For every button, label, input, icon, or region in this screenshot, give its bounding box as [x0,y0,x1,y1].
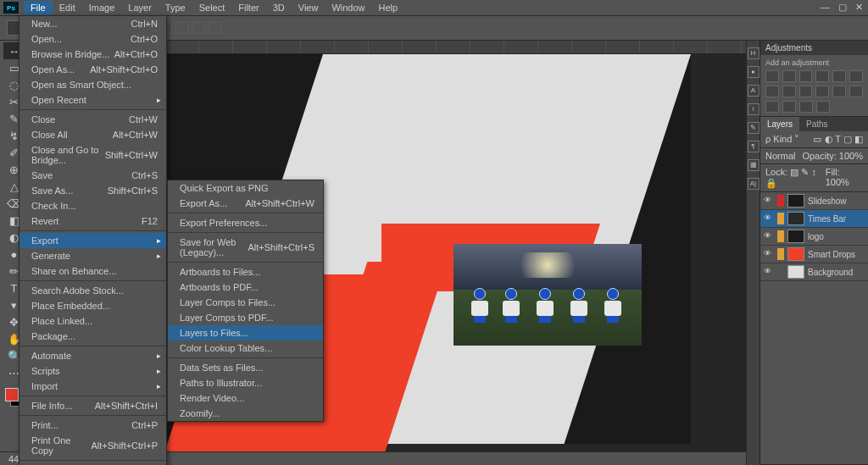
menu-file[interactable]: File [24,1,53,14]
trophy-graphic [309,130,428,291]
menu-item[interactable]: Color Lookup Tables... [168,340,323,356]
adj-icon[interactable] [849,86,863,97]
visibility-icon[interactable]: 👁 [764,249,774,259]
menu-item[interactable]: Layers to Files... [168,325,323,340]
menu-type[interactable]: Type [159,1,192,14]
tab-paths[interactable]: Paths [799,117,835,131]
menu-item[interactable]: Layer Comps to Files... [168,295,323,310]
menu-select[interactable]: Select [192,1,232,14]
layer-row[interactable]: 👁logo [760,228,868,246]
menu-item[interactable]: SaveCtrl+S [19,168,166,183]
menu-item[interactable]: Export As...Alt+Shift+Ctrl+W [168,196,323,211]
blend-mode[interactable]: Normal [765,151,795,161]
menu-item[interactable]: CloseCtrl+W [19,112,166,127]
menu-item[interactable]: Browse in Bridge...Alt+Ctrl+O [19,47,166,62]
menu-view[interactable]: View [292,1,326,14]
menu-item[interactable]: Close and Go to Bridge...Shift+Ctrl+W [19,142,166,168]
brush-panel-icon[interactable]: ✎ [748,122,760,134]
menu-item[interactable]: Close AllAlt+Ctrl+W [19,127,166,142]
menu-item: Data Sets as Files... [168,360,323,375]
adj-icon[interactable] [815,70,829,82]
menu-item[interactable]: Automate [19,348,166,363]
menu-item[interactable]: Generate [19,248,166,263]
menu-item: Artboards to Files... [168,264,323,280]
adj-icon[interactable] [765,101,779,113]
visibility-icon[interactable]: 👁 [764,213,774,224]
adj-icon[interactable] [765,86,779,97]
menu-edit[interactable]: Edit [53,1,82,14]
tab-layers[interactable]: Layers [760,117,799,131]
fill-value[interactable]: 100% [826,177,849,187]
adj-icon[interactable] [832,86,846,97]
layer-row[interactable]: 👁Background [760,263,868,281]
menu-item[interactable]: Place Embedded... [19,298,166,313]
menu-item[interactable]: Search Adobe Stock... [19,283,166,298]
menu-item[interactable]: Open...Ctrl+O [19,31,166,47]
menubar: Ps FileEditImageLayerTypeSelectFilter3DV… [0,0,868,15]
menu-layer[interactable]: Layer [121,1,159,14]
menu-item[interactable]: Layer Comps to PDF... [168,310,323,325]
adj-icon[interactable] [832,70,846,82]
history-panel-icon[interactable]: H [748,47,760,59]
filter-kind[interactable]: Kind [773,134,792,144]
visibility-icon[interactable]: 👁 [764,196,774,206]
maximize-button[interactable]: ▢ [838,2,847,13]
menu-item[interactable]: Import [19,379,166,394]
adjustments-subtitle: Add an adjustment [765,58,863,67]
menu-item[interactable]: Place Linked... [19,313,166,329]
menu-item[interactable]: Save for Web (Legacy)...Alt+Shift+Ctrl+S [168,235,323,260]
adjustments-panel: Adjustments Add an adjustment [760,41,868,117]
paragraph-panel-icon[interactable]: A| [748,178,760,190]
adj-icon[interactable] [816,101,830,113]
visibility-icon[interactable]: 👁 [764,231,774,241]
adjustments-title[interactable]: Adjustments [760,41,868,55]
adj-icon[interactable] [799,86,813,97]
close-button[interactable]: ✕ [855,2,863,13]
adj-icon[interactable] [815,86,829,97]
menu-help[interactable]: Help [372,1,405,14]
menu-item[interactable]: New...Ctrl+N [19,16,166,31]
menu-item[interactable]: Paths to Illustrator... [168,375,323,390]
menu-item[interactable]: Export Preferences... [168,215,323,230]
menu-item[interactable]: Open As...Alt+Shift+Ctrl+O [19,62,166,77]
menu-window[interactable]: Window [325,1,371,14]
adj-icon[interactable] [765,70,779,82]
menu-item: Share on Behance... [19,263,166,279]
opacity-value[interactable]: 100% [839,151,863,161]
actions-panel-icon[interactable]: ▸ [748,66,760,78]
menu-item[interactable]: Print...Ctrl+P [19,418,166,433]
info-panel-icon[interactable]: i [748,103,760,115]
layer-row[interactable]: 👁Smart Drops [760,246,868,263]
menu-3d[interactable]: 3D [266,1,292,14]
menu-filter[interactable]: Filter [231,1,265,14]
filter-icons[interactable]: ▭ ◐ T ▢ ◧ [813,134,863,145]
layer-name: logo [808,232,824,241]
menu-image[interactable]: Image [82,1,122,14]
adj-icon[interactable] [799,101,813,113]
menu-item[interactable]: Zoomify... [168,406,323,421]
swatches-panel-icon[interactable]: ▦ [748,159,760,171]
adj-icon[interactable] [782,86,796,97]
export-submenu: Quick Export as PNGExport As...Alt+Shift… [167,180,324,422]
menu-item[interactable]: Render Video... [168,390,323,406]
minimize-button[interactable]: — [821,2,830,13]
menu-item[interactable]: Save As...Shift+Ctrl+S [19,183,166,198]
menu-item[interactable]: Open as Smart Object... [19,77,166,92]
visibility-icon[interactable]: 👁 [764,267,774,277]
menu-item[interactable]: Scripts [19,363,166,379]
layer-row[interactable]: 👁Slideshow [760,192,868,210]
layer-name: Times Bar [808,214,846,224]
menu-item[interactable]: Quick Export as PNG [168,180,323,196]
adj-icon[interactable] [799,70,813,82]
adj-icon[interactable] [782,101,796,113]
character-panel-icon[interactable]: ¶ [748,141,760,152]
menu-item[interactable]: Export [19,233,166,248]
properties-panel-icon[interactable]: A [748,85,760,97]
adj-icon[interactable] [849,70,863,82]
layer-row[interactable]: 👁Times Bar [760,210,868,228]
menu-item[interactable]: Open Recent [19,92,166,108]
menu-item[interactable]: RevertF12 [19,213,166,229]
menu-item[interactable]: Print One CopyAlt+Shift+Ctrl+P [19,433,166,458]
adj-icon[interactable] [782,70,796,82]
menu-item[interactable]: File Info...Alt+Shift+Ctrl+I [19,398,166,413]
